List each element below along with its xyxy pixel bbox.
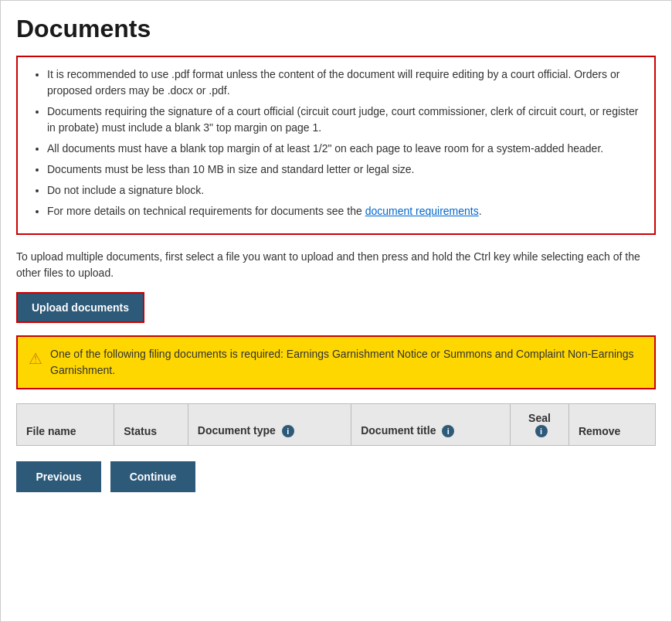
col-file-name-label: File name: [26, 425, 76, 437]
requirement-item-5: Do not include a signature block.: [47, 182, 642, 199]
table-header-row: File name Status Document type i Documen…: [17, 404, 656, 446]
upload-documents-button[interactable]: Upload documents: [18, 294, 143, 321]
col-remove-label: Remove: [579, 425, 620, 437]
table-header: File name Status Document type i Documen…: [17, 404, 656, 446]
document-title-info-icon[interactable]: i: [442, 425, 454, 437]
requirement-6-suffix: .: [479, 205, 482, 217]
page-wrapper: Documents It is recommended to use .pdf …: [0, 0, 672, 622]
col-status-label: Status: [124, 425, 157, 437]
col-document-title: Document title i: [351, 404, 511, 446]
warning-icon: ⚠: [29, 347, 42, 370]
seal-info-icon[interactable]: i: [535, 425, 548, 437]
col-status: Status: [114, 404, 188, 446]
documents-table: File name Status Document type i Documen…: [16, 403, 656, 446]
document-type-info-icon[interactable]: i: [282, 425, 294, 437]
requirements-list: It is recommended to use .pdf format unl…: [30, 66, 642, 219]
col-remove: Remove: [568, 404, 655, 446]
col-document-type: Document type i: [188, 404, 351, 446]
warning-box: ⚠ One of the following filing documents …: [16, 335, 656, 389]
continue-button[interactable]: Continue: [110, 461, 195, 492]
col-seal-label: Seal: [528, 412, 551, 424]
footer-buttons: Previous Continue: [16, 461, 656, 492]
warning-message: One of the following filing documents is…: [50, 346, 643, 379]
requirements-box: It is recommended to use .pdf format unl…: [16, 56, 656, 235]
col-document-type-label: Document type: [198, 424, 276, 437]
upload-button-wrapper: Upload documents: [16, 292, 144, 323]
col-seal: Seal i: [511, 404, 569, 446]
requirement-item-2: Documents requiring the signature of a c…: [47, 104, 642, 136]
col-document-title-label: Document title: [361, 424, 436, 437]
requirement-item-4: Documents must be less than 10 MB in siz…: [47, 161, 642, 178]
upload-instructions: To upload multiple documents, first sele…: [16, 249, 656, 281]
requirement-item-6: For more details on technical requiremen…: [47, 203, 642, 219]
page-title: Documents: [16, 15, 656, 43]
previous-button[interactable]: Previous: [16, 461, 101, 492]
col-file-name: File name: [17, 404, 114, 446]
document-requirements-link[interactable]: document requirements: [365, 205, 479, 217]
requirement-item-1: It is recommended to use .pdf format unl…: [47, 66, 642, 99]
requirement-6-text: For more details on technical requiremen…: [47, 205, 365, 217]
requirement-item-3: All documents must have a blank top marg…: [47, 141, 642, 157]
